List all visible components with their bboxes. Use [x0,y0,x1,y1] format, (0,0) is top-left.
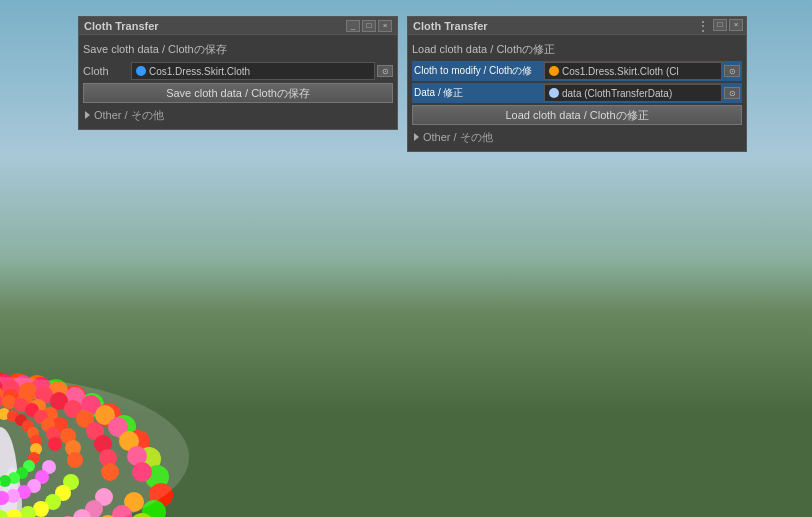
panel-right-load-button[interactable]: Load cloth data / Clothの修正 [412,105,742,125]
panel-right-controls: ⋮ □ × [697,19,743,33]
cloth-visualization [0,147,406,517]
panel-left-title: Cloth Transfer [84,20,159,32]
panel-left-cloth-row: Cloth Cos1.Dress.Skirt.Cloth ⊙ [83,61,393,81]
panel-right: Cloth Transfer ⋮ □ × Load cloth data / C… [407,16,747,152]
panel-left-cloth-field[interactable]: Cos1.Dress.Skirt.Cloth [131,62,375,80]
panel-right-cloth-modify-row: Cloth to modify / Clothの修 Cos1.Dress.Ski… [412,61,742,81]
data-icon [549,88,559,98]
panel-left-content: Save cloth data / Clothの保存 Cloth Cos1.Dr… [79,35,397,129]
cloth-modify-icon [549,66,559,76]
panel-right-cloth-modify-label: Cloth to modify / Clothの修 [414,64,544,78]
panel-left-other-section: Other / その他 [83,105,393,125]
panel-right-content: Load cloth data / Clothの修正 Cloth to modi… [408,35,746,151]
panel-left-other-triangle [85,111,90,119]
panel-left-titlebar: Cloth Transfer _ □ × [79,17,397,35]
panel-right-other-label: Other / その他 [423,130,493,145]
panel-left-cloth-select-btn[interactable]: ⊙ [377,65,393,77]
panel-left-maximize-btn[interactable]: □ [362,20,376,32]
panel-left-other-label: Other / その他 [94,108,164,123]
panel-left-close-btn[interactable]: × [378,20,392,32]
panel-left: Cloth Transfer _ □ × Save cloth data / C… [78,16,398,130]
panel-right-cloth-modify-value: Cos1.Dress.Skirt.Cloth (Cl [562,66,679,77]
panel-left-controls: _ □ × [346,20,392,32]
panel-right-other-triangle [414,133,419,141]
panel-right-titlebar: Cloth Transfer ⋮ □ × [408,17,746,35]
panel-right-data-field[interactable]: data (ClothTransferData) [544,84,722,102]
panel-right-maximize-btn[interactable]: □ [713,19,727,31]
panel-right-section1-row: Load cloth data / Clothの修正 [412,39,742,59]
panel-left-section1-row: Save cloth data / Clothの保存 [83,39,393,59]
panel-right-title: Cloth Transfer [413,20,488,32]
panel-right-section1-label: Load cloth data / Clothの修正 [412,42,555,57]
panel-right-data-row: Data / 修正 data (ClothTransferData) ⊙ [412,83,742,103]
panel-right-close-btn[interactable]: × [729,19,743,31]
svg-point-229 [0,377,189,517]
panel-left-section1-label: Save cloth data / Clothの保存 [83,42,227,57]
panel-left-cloth-label: Cloth [83,65,131,77]
panel-right-data-select-btn[interactable]: ⊙ [724,87,740,99]
panel-left-minimize-btn[interactable]: _ [346,20,360,32]
panel-left-cloth-value: Cos1.Dress.Skirt.Cloth [149,66,250,77]
panel-left-save-button[interactable]: Save cloth data / Clothの保存 [83,83,393,103]
panel-right-data-value: data (ClothTransferData) [562,88,672,99]
panel-right-other-section: Other / その他 [412,127,742,147]
panel-right-menu-btn[interactable]: ⋮ [697,19,709,33]
panel-right-cloth-modify-select-btn[interactable]: ⊙ [724,65,740,77]
panel-right-cloth-modify-field[interactable]: Cos1.Dress.Skirt.Cloth (Cl [544,62,722,80]
cloth-icon [136,66,146,76]
panel-right-data-label: Data / 修正 [414,86,544,100]
